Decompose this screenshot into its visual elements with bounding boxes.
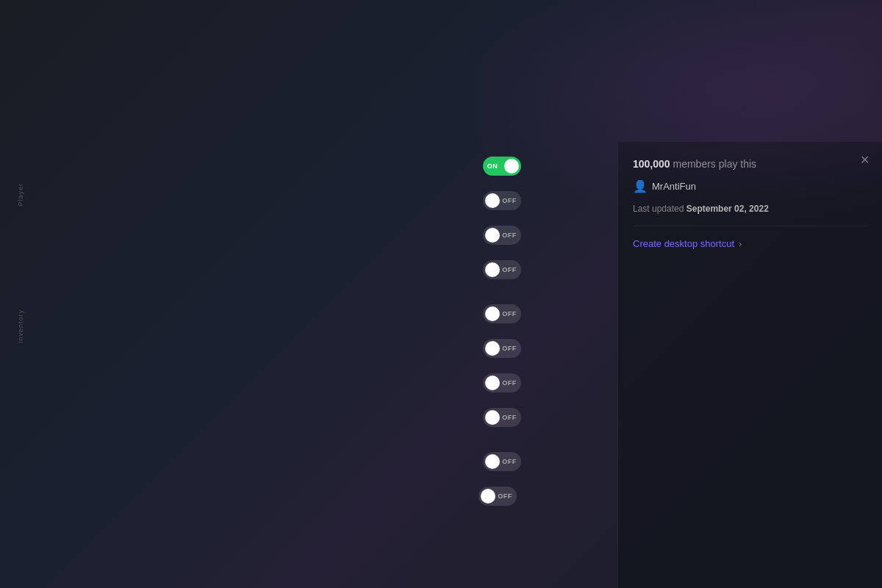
toggle-super-jump[interactable]: OFF <box>483 226 521 245</box>
toggle-thumb <box>485 262 500 277</box>
toggle-label: OFF <box>502 414 517 421</box>
toggle-label: OFF <box>502 458 517 465</box>
toggle-unlimited-ammo[interactable]: OFF <box>483 452 521 471</box>
toggle-unlimited-health-kits[interactable]: OFF <box>483 408 521 427</box>
shortcut-chevron-icon: › <box>739 238 742 249</box>
toggle-thumb <box>485 228 500 243</box>
toggle-label: OFF <box>502 345 517 352</box>
sidebar-inventory-label: Inventory <box>17 309 24 343</box>
toggle-thumb <box>485 306 500 321</box>
toggle-thumb <box>485 454 500 469</box>
toggle-thumb <box>485 341 500 356</box>
toggle-super-speed[interactable]: OFF <box>483 260 521 279</box>
toggle-unlimited-lockpicks[interactable]: OFF <box>483 373 521 392</box>
toggle-label: OFF <box>502 379 517 387</box>
toggle-thumb <box>481 489 495 503</box>
toggle-label: OFF <box>502 266 517 273</box>
sidebar-player-label: Player <box>17 183 24 207</box>
toggle-label: OFF <box>498 492 512 500</box>
toggle-label: OFF <box>502 310 517 318</box>
toggle-thumb <box>485 410 500 425</box>
toggle-label: OFF <box>502 232 517 239</box>
info-divider <box>633 226 867 226</box>
toggle-no-reload[interactable]: OFF <box>478 487 517 506</box>
create-shortcut-link[interactable]: Create desktop shortcut › <box>633 238 867 249</box>
toggle-unlimited-silver[interactable]: OFF <box>483 304 521 323</box>
toggle-unlimited-salt[interactable]: OFF <box>483 339 521 358</box>
toggle-thumb <box>485 376 500 390</box>
